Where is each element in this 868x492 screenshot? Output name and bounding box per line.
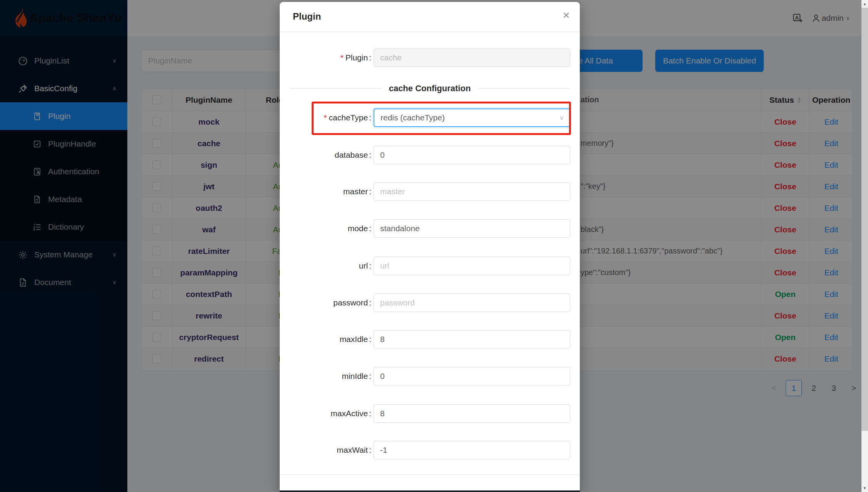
close-icon[interactable]: × bbox=[563, 9, 570, 21]
modal-bottom-edge bbox=[280, 490, 580, 492]
scrollbar-down-arrow[interactable]: ▼ bbox=[861, 484, 868, 492]
form-field-row: *mode: standalone bbox=[280, 219, 580, 238]
form-field-row: *maxActive: 8 bbox=[280, 404, 580, 423]
form-field-input[interactable]: password bbox=[374, 294, 570, 312]
form-field-input[interactable]: 0 bbox=[374, 146, 570, 164]
plugin-modal: Plugin × *Plugin: cache cache Configurat… bbox=[280, 2, 580, 492]
scrollbar-thumb[interactable] bbox=[861, 8, 868, 431]
modal-header-divider bbox=[280, 32, 580, 32]
form-field-input[interactable]: 8 bbox=[374, 330, 570, 349]
browser-scrollbar[interactable]: ▲ ▼ bbox=[861, 0, 868, 492]
form-field-input[interactable]: standalone bbox=[374, 219, 570, 238]
form-field-row: *maxIdle: 8 bbox=[280, 330, 580, 349]
form-field-row: *url: url bbox=[280, 257, 580, 275]
form-field-row: *minIdle: 0 bbox=[280, 367, 580, 385]
form-field-input[interactable]: master bbox=[374, 182, 570, 201]
form-field-input[interactable]: 8 bbox=[374, 404, 570, 423]
app-screen: Apache ShenYu PluginList ∨ BasicConfig ∧ bbox=[0, 0, 868, 492]
annotation-highlight-box bbox=[312, 102, 571, 135]
form-field-input[interactable]: url bbox=[374, 257, 570, 275]
form-field-input[interactable]: -1 bbox=[374, 441, 570, 459]
section-divider: cache Configuration bbox=[290, 83, 570, 93]
section-title: cache Configuration bbox=[389, 83, 471, 93]
plugin-field-row: *Plugin: cache bbox=[280, 48, 580, 67]
plugin-name-input[interactable]: cache bbox=[374, 48, 570, 67]
modal-title: Plugin bbox=[293, 11, 321, 22]
form-field-row: *password: password bbox=[280, 294, 580, 312]
form-field-row: *master: master bbox=[280, 182, 580, 201]
form-field-input[interactable]: 0 bbox=[374, 367, 570, 385]
form-field-row: *database: 0 bbox=[280, 146, 580, 164]
required-asterisk: * bbox=[341, 53, 344, 62]
form-field-row: *maxWait: -1 bbox=[280, 441, 580, 459]
scrollbar-up-arrow[interactable]: ▲ bbox=[861, 0, 868, 8]
modal-footer-divider bbox=[280, 474, 580, 475]
